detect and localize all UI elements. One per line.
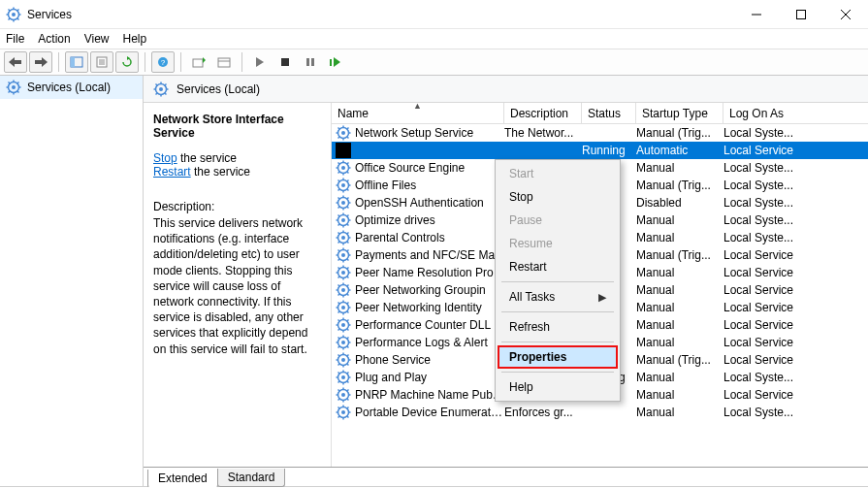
ctx-all-tasks[interactable]: All Tasks ▶ bbox=[498, 285, 618, 309]
cell-name: Plug and Play bbox=[355, 371, 504, 384]
toolbar-divider bbox=[241, 52, 242, 72]
help-toolbar-button[interactable]: ? bbox=[151, 51, 175, 73]
close-button[interactable] bbox=[823, 0, 868, 29]
stop-service-link[interactable]: Stop bbox=[153, 151, 177, 165]
gear-icon bbox=[336, 178, 351, 193]
gear-icon bbox=[336, 300, 351, 315]
ctx-refresh[interactable]: Refresh bbox=[498, 315, 618, 339]
refresh-toolbar-button[interactable] bbox=[115, 51, 139, 73]
column-headers: Name ▲ Description Status Startup Type L… bbox=[332, 103, 868, 124]
col-desc-label: Description bbox=[510, 107, 568, 120]
cell-name: Performance Logs & Alert bbox=[355, 336, 504, 349]
gear-icon bbox=[336, 265, 351, 280]
cell-logon: Local Syste... bbox=[723, 196, 868, 210]
ctx-properties-label: Properties bbox=[509, 350, 566, 364]
gear-icon bbox=[336, 143, 351, 158]
cell-logon: Local Syste... bbox=[723, 231, 868, 244]
table-row[interactable]: Portable Device Enumerator...Enforces gr… bbox=[332, 404, 868, 421]
svg-marker-36 bbox=[334, 57, 340, 67]
svg-marker-31 bbox=[256, 57, 264, 67]
gear-icon bbox=[336, 405, 351, 420]
restart-service-button[interactable] bbox=[324, 51, 347, 73]
cell-name: OpenSSH Authentication bbox=[355, 196, 504, 210]
sort-asc-icon: ▲ bbox=[413, 103, 422, 111]
cell-startup-type: Manual bbox=[636, 406, 723, 419]
cell-startup-type: Manual bbox=[636, 371, 723, 384]
submenu-arrow-icon: ▶ bbox=[598, 291, 606, 304]
calendar-icon[interactable] bbox=[212, 51, 236, 73]
col-description[interactable]: Description bbox=[504, 103, 582, 123]
gear-icon bbox=[336, 160, 351, 176]
menu-file[interactable]: File bbox=[6, 32, 24, 46]
toolbar: ? bbox=[0, 49, 868, 76]
svg-rect-15 bbox=[15, 60, 21, 64]
cell-startup-type: Manual (Trig... bbox=[636, 353, 723, 367]
col-logon[interactable]: Log On As bbox=[723, 103, 868, 123]
cell-name: Optimize drives bbox=[355, 213, 504, 227]
col-status-label: Status bbox=[588, 107, 621, 120]
ctx-restart[interactable]: Restart bbox=[498, 255, 618, 278]
restart-service-link[interactable]: Restart bbox=[153, 165, 191, 179]
export-list-button[interactable] bbox=[187, 51, 210, 73]
ctx-properties[interactable]: Properties bbox=[498, 345, 618, 369]
pause-service-button[interactable] bbox=[299, 51, 322, 73]
window-title: Services bbox=[27, 8, 72, 21]
col-logon-label: Log On As bbox=[729, 107, 784, 120]
svg-rect-35 bbox=[330, 59, 332, 66]
cell-startup-type: Disabled bbox=[636, 196, 723, 210]
cell-logon: Local Syste... bbox=[723, 371, 868, 384]
cell-logon: Local Syste... bbox=[723, 406, 868, 419]
ctx-help[interactable]: Help bbox=[498, 375, 618, 399]
tab-standard[interactable]: Standard bbox=[217, 469, 286, 487]
menu-view[interactable]: View bbox=[84, 32, 110, 46]
cell-description: The Networ... bbox=[504, 126, 582, 140]
minimize-button[interactable] bbox=[734, 0, 779, 29]
col-name[interactable]: Name ▲ bbox=[332, 103, 504, 123]
menu-action[interactable]: Action bbox=[38, 32, 70, 46]
description-text: This service delivers network notificati… bbox=[153, 215, 323, 357]
tab-extended[interactable]: Extended bbox=[147, 470, 218, 488]
cell-status: Running bbox=[582, 144, 636, 157]
link-suffix: the service bbox=[191, 165, 250, 179]
table-row[interactable]: Network Setup ServiceThe Networ...Manual… bbox=[332, 124, 868, 142]
svg-marker-28 bbox=[203, 57, 206, 63]
cell-startup-type: Manual (Trig... bbox=[636, 126, 723, 140]
ctx-separator bbox=[501, 372, 614, 373]
svg-rect-32 bbox=[281, 58, 289, 66]
cell-name: Payments and NFC/SE Ma bbox=[355, 248, 504, 262]
ctx-pause[interactable]: Pause bbox=[498, 209, 618, 232]
gear-icon bbox=[336, 230, 351, 245]
cell-logon: Local Service bbox=[723, 336, 868, 349]
forward-button[interactable] bbox=[29, 51, 52, 73]
ctx-resume-label: Resume bbox=[509, 237, 553, 250]
start-service-button[interactable] bbox=[248, 51, 272, 73]
ctx-resume[interactable]: Resume bbox=[498, 232, 618, 255]
ctx-pause-label: Pause bbox=[509, 213, 542, 227]
back-button[interactable] bbox=[4, 51, 27, 73]
cell-logon: Local Service bbox=[723, 388, 868, 402]
show-hide-tree-button[interactable] bbox=[65, 51, 88, 73]
panel-header: Services (Local) bbox=[144, 76, 868, 103]
gear-icon bbox=[336, 387, 351, 403]
link-suffix: the service bbox=[177, 151, 237, 165]
properties-toolbar-button[interactable] bbox=[90, 51, 113, 73]
table-row[interactable]: RunningAutomaticLocal Service bbox=[332, 142, 868, 159]
cell-logon: Local Service bbox=[723, 318, 868, 332]
svg-text:?: ? bbox=[161, 58, 166, 67]
menu-help[interactable]: Help bbox=[123, 32, 147, 46]
tree-services-local[interactable]: Services (Local) bbox=[0, 76, 143, 99]
svg-rect-27 bbox=[193, 59, 203, 67]
cell-startup-type: Manual bbox=[636, 231, 723, 244]
col-startup-type[interactable]: Startup Type bbox=[636, 103, 723, 123]
gear-icon bbox=[6, 80, 21, 95]
col-status[interactable]: Status bbox=[582, 103, 636, 123]
ctx-start[interactable]: Start bbox=[498, 162, 618, 185]
cell-name: Phone Service bbox=[355, 353, 504, 367]
maximize-button[interactable] bbox=[779, 0, 823, 29]
ctx-stop[interactable]: Stop bbox=[498, 185, 618, 209]
ctx-separator bbox=[501, 342, 614, 342]
ctx-help-label: Help bbox=[509, 380, 533, 394]
svg-rect-33 bbox=[306, 58, 309, 66]
cell-logon: Local Service bbox=[723, 353, 868, 367]
stop-service-button[interactable] bbox=[273, 51, 297, 73]
